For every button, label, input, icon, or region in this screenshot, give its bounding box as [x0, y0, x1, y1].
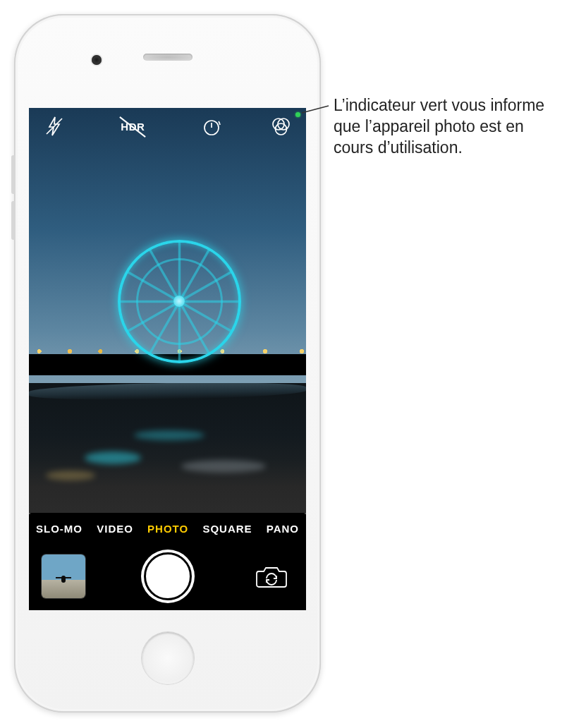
camera-in-use-indicator	[295, 112, 300, 117]
reflection-glow	[85, 451, 141, 464]
camera-viewfinder[interactable]: HDR	[29, 108, 306, 513]
switch-camera-button[interactable]	[250, 554, 293, 598]
scene-water	[29, 383, 306, 513]
home-button[interactable]	[142, 632, 194, 684]
reflection-glow	[181, 460, 266, 473]
front-camera-lens	[92, 55, 102, 65]
flash-off-icon	[44, 116, 65, 137]
callout-text: L’indicateur vert vous informe que l’app…	[334, 95, 559, 159]
timer-button[interactable]	[193, 111, 230, 142]
scene-ferris-wheel	[118, 240, 241, 363]
bottom-controls-bar	[29, 542, 306, 610]
hdr-off-icon: HDR	[121, 121, 145, 133]
last-photo-thumbnail[interactable]	[42, 554, 85, 598]
filters-button[interactable]	[262, 111, 299, 142]
earpiece-speaker	[143, 54, 193, 61]
reflection-glow	[46, 471, 95, 480]
screen: HDR	[29, 108, 306, 610]
volume-down-button[interactable]	[11, 201, 16, 240]
mode-slo-mo[interactable]: SLO-MO	[33, 520, 85, 538]
mode-selector[interactable]: SLO-MO VIDEO PHOTO SQUARE PANO	[29, 514, 306, 542]
filters-icon	[269, 116, 292, 137]
mode-photo[interactable]: PHOTO	[145, 520, 191, 538]
shutter-button[interactable]	[141, 550, 195, 603]
top-controls-bar: HDR	[29, 108, 306, 145]
timer-icon	[201, 116, 222, 137]
reflection-glow	[134, 430, 204, 440]
mode-square[interactable]: SQUARE	[200, 520, 255, 538]
mode-pano[interactable]: PANO	[264, 520, 302, 538]
flash-toggle-button[interactable]	[36, 111, 73, 142]
device-frame: HDR	[14, 14, 321, 712]
mode-video[interactable]: VIDEO	[94, 520, 136, 538]
switch-camera-icon	[255, 564, 288, 589]
hdr-toggle-button[interactable]: HDR	[105, 111, 160, 142]
volume-up-button[interactable]	[11, 155, 16, 194]
